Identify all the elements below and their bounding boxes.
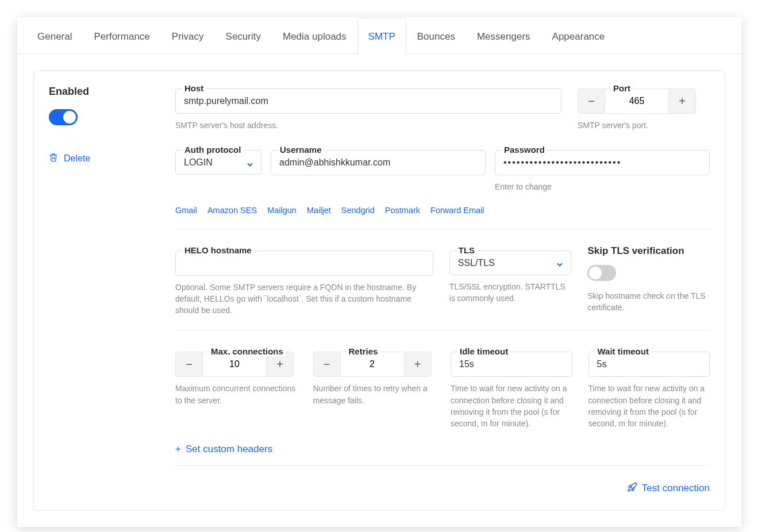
- port-decrement[interactable]: −: [578, 88, 605, 114]
- auth-protocol-label: Auth protocol: [182, 145, 243, 155]
- side-column: Enabled Delete: [49, 83, 161, 164]
- port-increment[interactable]: +: [668, 88, 696, 114]
- rocket-icon: [627, 482, 637, 495]
- enabled-toggle[interactable]: [49, 109, 78, 125]
- delete-button[interactable]: Delete: [49, 153, 161, 164]
- tab-performance[interactable]: Performance: [83, 18, 160, 54]
- idle-timeout-help: Time to wait for new activity on a conne…: [451, 383, 572, 429]
- trash-icon: [49, 153, 58, 164]
- test-connection-button[interactable]: Test connection: [627, 482, 710, 495]
- skip-tls-help: Skip hostname check on the TLS certifica…: [587, 290, 710, 314]
- tab-general[interactable]: General: [26, 18, 83, 54]
- host-label: Host: [182, 83, 206, 93]
- tab-security[interactable]: Security: [215, 18, 272, 54]
- retries-help: Number of times to retry when a message …: [313, 383, 435, 406]
- skip-tls-toggle[interactable]: [587, 265, 616, 281]
- username-label: Username: [278, 145, 324, 155]
- enabled-label: Enabled: [49, 86, 161, 98]
- max-connections-decrement[interactable]: −: [175, 352, 203, 377]
- separator: [175, 330, 710, 330]
- port-field: Port − + SMTP server's port.: [578, 83, 710, 131]
- max-connections-help: Maximum concurrent connections to the se…: [175, 383, 297, 406]
- host-field: Host SMTP server's host address.: [175, 83, 561, 131]
- provider-presets: Gmail Amazon SES Mailgun Mailjet Sendgri…: [175, 206, 710, 215]
- auth-protocol-field: Auth protocol LOGIN: [175, 145, 261, 192]
- delete-label: Delete: [64, 153, 90, 164]
- helo-field: HELO hostname Optional. Some SMTP server…: [175, 245, 433, 317]
- tls-help: TLS/SSL encryption. STARTTLS is commonly…: [449, 281, 572, 304]
- plus-icon: +: [175, 444, 181, 455]
- skip-tls-field: Skip TLS verification Skip hostname chec…: [587, 245, 710, 317]
- preset-mailgun[interactable]: Mailgun: [267, 206, 297, 215]
- test-connection-label: Test connection: [642, 483, 710, 494]
- host-input[interactable]: [175, 88, 561, 114]
- port-help: SMTP server's port.: [578, 119, 710, 131]
- tab-messengers[interactable]: Messengers: [466, 18, 541, 54]
- settings-tabs: General Performance Privacy Security Med…: [17, 17, 741, 54]
- port-label: Port: [611, 83, 633, 93]
- preset-sendgrid[interactable]: Sendgrid: [341, 206, 375, 215]
- separator: [175, 229, 710, 229]
- tab-media-uploads[interactable]: Media uploads: [272, 18, 357, 54]
- tab-appearance[interactable]: Appearance: [541, 18, 616, 54]
- wait-timeout-help: Time to wait for new activity on a conne…: [588, 383, 710, 429]
- max-connections-label: Max. connections: [209, 346, 286, 356]
- password-label: Password: [502, 145, 547, 155]
- tab-smtp[interactable]: SMTP: [357, 18, 406, 54]
- wait-timeout-field: Wait timeout Time to wait for new activi…: [588, 346, 710, 429]
- password-field: Password Enter to change: [495, 145, 710, 192]
- helo-help: Optional. Some SMTP servers require a FQ…: [175, 282, 433, 317]
- idle-timeout-field: Idle timeout Time to wait for new activi…: [451, 346, 572, 429]
- preset-mailjet[interactable]: Mailjet: [307, 206, 331, 215]
- preset-postmark[interactable]: Postmark: [385, 206, 420, 215]
- max-connections-field: Max. connections − + Maximum concurrent …: [175, 346, 297, 429]
- retries-field: Retries − + Number of times to retry whe…: [313, 346, 435, 429]
- main-column: Host SMTP server's host address. Port − …: [175, 83, 710, 495]
- tls-label: TLS: [456, 245, 477, 255]
- retries-label: Retries: [347, 346, 380, 356]
- preset-amazon-ses[interactable]: Amazon SES: [207, 206, 257, 215]
- preset-gmail[interactable]: Gmail: [175, 206, 197, 215]
- username-field: Username: [271, 145, 486, 192]
- settings-page: General Performance Privacy Security Med…: [17, 17, 741, 527]
- port-stepper: − +: [578, 88, 710, 114]
- panel-wrap: Enabled Delete Host: [17, 54, 741, 527]
- password-help: Enter to change: [495, 181, 710, 192]
- idle-timeout-label: Idle timeout: [457, 346, 510, 356]
- tab-privacy[interactable]: Privacy: [161, 18, 215, 54]
- set-custom-headers-button[interactable]: + Set custom headers: [175, 444, 710, 455]
- retries-increment[interactable]: +: [404, 352, 432, 377]
- separator: [175, 465, 710, 466]
- tab-bounces[interactable]: Bounces: [406, 18, 466, 54]
- preset-forward-email[interactable]: Forward Email: [430, 206, 484, 215]
- skip-tls-label: Skip TLS verification: [587, 245, 710, 257]
- host-help: SMTP server's host address.: [175, 119, 561, 131]
- set-custom-headers-label: Set custom headers: [186, 444, 272, 455]
- tls-field: TLS SSL/TLS TLS/SSL encryption. STARTTLS…: [449, 245, 572, 317]
- wait-timeout-label: Wait timeout: [595, 346, 651, 356]
- smtp-server-panel: Enabled Delete Host: [33, 70, 725, 511]
- helo-label: HELO hostname: [182, 245, 254, 255]
- retries-decrement[interactable]: −: [313, 352, 341, 377]
